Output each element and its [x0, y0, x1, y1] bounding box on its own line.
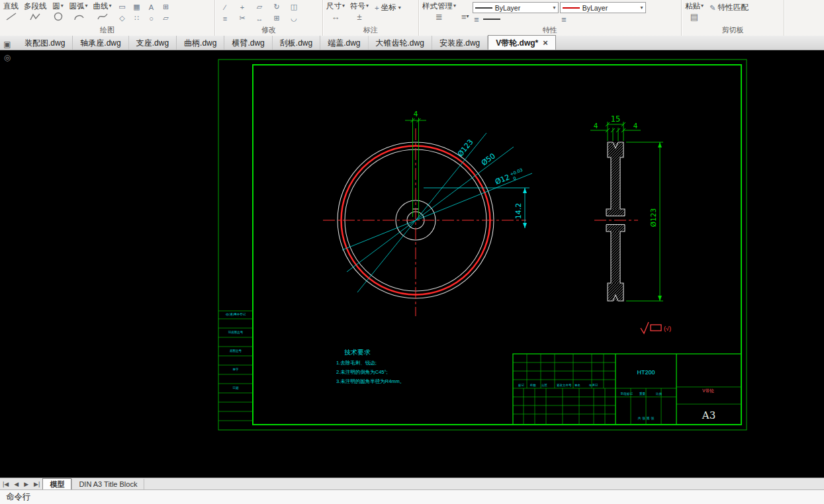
panel-label-annotate: 标注: [323, 25, 418, 35]
cad-drawing[interactable]: 借(通)用件登记旧底图总号底图总号签字日期 4: [0, 50, 824, 478]
linetype-preview-icon: [475, 7, 492, 9]
nav-next-icon[interactable]: ▶: [21, 481, 31, 487]
roughness-note: (√): [664, 325, 671, 332]
coordinate-label: 坐标: [381, 3, 396, 13]
doc-tab[interactable]: 装配图.dwg: [17, 36, 73, 50]
point-icon[interactable]: ∷: [130, 13, 144, 24]
tool-polyline-label: 多段线: [24, 1, 47, 11]
tool-polyline-button[interactable]: 多段线: [22, 1, 49, 23]
front-view[interactable]: 4 Ø123 Ø50 Ø12 +0.03 0 14.2: [323, 110, 532, 316]
match-properties-button[interactable]: ✎ 特性匹配: [707, 2, 751, 13]
fillet-icon[interactable]: ◡: [285, 13, 302, 24]
offset-icon[interactable]: ≡: [216, 13, 234, 24]
doc-tab[interactable]: 端盖.dwg: [320, 36, 368, 50]
coordinate-button[interactable]: + 坐标 ▾: [372, 2, 404, 13]
symbol-button[interactable]: 符号▾ ±: [348, 1, 371, 23]
doc-tab[interactable]: 大锥齿轮.dwg: [369, 36, 432, 50]
region-icon[interactable]: ▱: [159, 13, 173, 24]
copy-icon[interactable]: ▱: [251, 1, 268, 13]
linetype-value: ByLayer: [495, 4, 521, 12]
side-view[interactable]: 15 4 4 Ø123: [590, 114, 663, 301]
trim-icon[interactable]: ✂: [234, 13, 251, 24]
chevron-down-icon: ▾: [61, 3, 64, 9]
coordinate-icon: +: [375, 4, 379, 12]
doc-tab-label: 端盖.dwg: [328, 36, 360, 50]
polygon-icon[interactable]: ◇: [115, 13, 130, 24]
layout-tab-din-a3[interactable]: DIN A3 Title Block: [71, 479, 144, 490]
line-color-select[interactable]: ByLayer ▾: [560, 2, 646, 13]
tool-spline-label: 曲线: [93, 1, 109, 11]
style-manager-button[interactable]: 样式管理▾ ≣: [420, 1, 458, 23]
doc-tab[interactable]: 曲柄.dwg: [177, 36, 224, 50]
doc-tab-label: 支座.dwg: [136, 36, 169, 50]
tool-circle-button[interactable]: 圆▾: [50, 1, 66, 23]
ribbon-panel-annotate: 尺寸▾ ↔ 符号▾ ± + 坐标 ▾ 标注: [323, 0, 419, 36]
move-icon[interactable]: +: [234, 1, 251, 13]
svg-text:共 张 第 张: 共 张 第 张: [638, 416, 655, 421]
paste-button[interactable]: 粘贴▾ ▤: [683, 1, 706, 23]
layer-list-button[interactable]: ≡▾: [459, 1, 471, 23]
hatch-icon[interactable]: ▦: [130, 1, 144, 13]
chevron-down-icon: ▾: [398, 5, 401, 11]
svg-text:签名: 签名: [574, 384, 580, 387]
color-preview-icon: [563, 7, 580, 9]
model-space-canvas[interactable]: 借(通)用件登记旧底图总号底图总号签字日期 4: [0, 50, 824, 478]
doc-tab[interactable]: 轴承座.dwg: [73, 36, 128, 50]
tool-spline-button[interactable]: 曲线▾: [91, 1, 114, 23]
part-name: V带轮: [702, 388, 714, 394]
mirror-icon[interactable]: ◫: [285, 1, 302, 13]
rotate-icon[interactable]: ↻: [268, 1, 285, 13]
dimension-icon: ↔: [332, 11, 340, 22]
material-value: HT200: [637, 369, 655, 376]
style-manager-icon: ≣: [435, 11, 443, 22]
svg-text:年月日: 年月日: [589, 384, 598, 387]
command-line[interactable]: 命令行: [0, 489, 824, 504]
tech-req-title: 技术要求: [344, 349, 371, 356]
text-icon[interactable]: A: [144, 1, 159, 13]
technical-requirements: 技术要求 1.去除毛刺、锐边; 2.未注明的倒角为C45°; 3.未注明的圆角半…: [336, 349, 404, 384]
linetype-select[interactable]: ByLayer ▾: [473, 2, 559, 13]
doc-tab[interactable]: 横臂.dwg: [224, 36, 272, 50]
doc-tab[interactable]: V带轮.dwg*×: [488, 35, 556, 50]
doc-tab-label: 刮板.dwg: [280, 36, 312, 50]
array-icon[interactable]: ⊞: [268, 13, 285, 24]
nav-prev-icon[interactable]: ◀: [11, 481, 21, 487]
nav-first-icon[interactable]: |◀: [0, 481, 11, 487]
dimension-label: 尺寸: [326, 1, 342, 11]
rectangle-icon[interactable]: ▭: [115, 1, 130, 13]
panel-label-modify: 修改: [215, 25, 322, 35]
viewport-control-icon[interactable]: ▣: [2, 39, 13, 50]
doc-tab[interactable]: 刮板.dwg: [273, 36, 320, 50]
table-icon[interactable]: ⊞: [159, 1, 173, 13]
panel-label-draw: 绘图: [0, 25, 214, 35]
extend-icon[interactable]: ↔: [251, 13, 268, 24]
ribbon-panel-clipboard: 粘贴▾ ▤ ✎ 特性匹配 剪切板: [682, 0, 784, 36]
erase-icon[interactable]: ∕: [216, 1, 234, 13]
lineweight-row[interactable]: ≣: [473, 15, 559, 24]
sheet-size: A3: [702, 409, 715, 421]
transparency-row[interactable]: ≣: [560, 15, 646, 24]
doc-tab-label: V带轮.dwg*: [496, 36, 538, 50]
svg-text:阶段标记: 阶段标记: [621, 392, 633, 396]
doc-tab[interactable]: 安装座.dwg: [432, 36, 488, 50]
tool-arc-button[interactable]: 圆弧▾: [68, 1, 90, 23]
cad-application-window: 直线 多段线 圆▾ 圆弧▾ 曲线▾: [0, 0, 824, 504]
ribbon: 直线 多段线 圆▾ 圆弧▾ 曲线▾: [0, 0, 824, 36]
layout-tab-bar: |◀ ◀ ▶ ▶| 模型 DIN A3 Title Block: [0, 478, 824, 490]
doc-tab[interactable]: 支座.dwg: [129, 36, 177, 50]
ellipse-icon[interactable]: ○: [144, 13, 159, 24]
doc-tab-label: 横臂.dwg: [232, 36, 264, 50]
tool-line-button[interactable]: 直线: [1, 1, 21, 23]
svg-text:借(通)用件登记: 借(通)用件登记: [226, 312, 246, 316]
lineweight-preview-icon: [483, 19, 500, 20]
nav-last-icon[interactable]: ▶|: [31, 481, 42, 487]
navigation-control-icon[interactable]: ◎: [2, 52, 13, 63]
dim-side-dia: Ø123: [649, 208, 657, 227]
layout-tab-model[interactable]: 模型: [42, 478, 71, 490]
tab-close-icon[interactable]: ×: [543, 39, 548, 47]
svg-text:签字: 签字: [233, 368, 240, 371]
svg-text:0: 0: [512, 175, 517, 181]
dimension-button[interactable]: 尺寸▾ ↔: [324, 1, 347, 23]
panel-label-clipboard: 剪切板: [682, 25, 784, 35]
svg-text:旧底图总号: 旧底图总号: [228, 330, 244, 334]
